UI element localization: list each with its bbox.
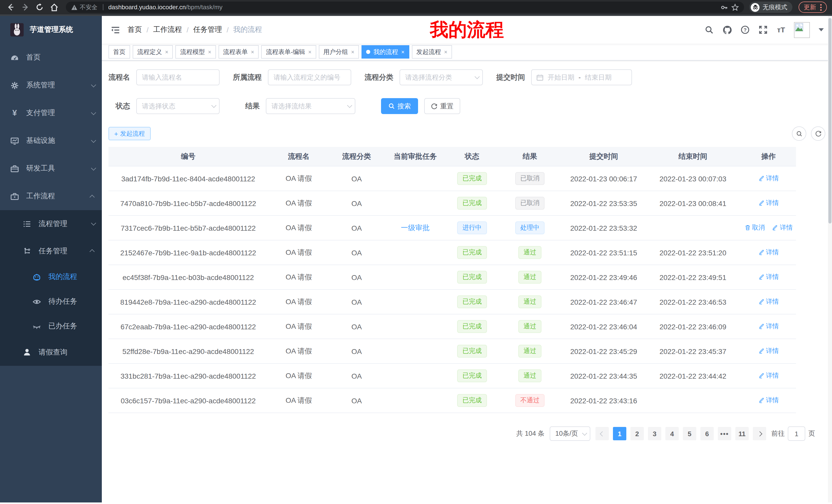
- close-icon[interactable]: ×: [401, 49, 405, 55]
- status-label: 状态: [116, 102, 130, 111]
- cell-name: OA 请假: [268, 199, 330, 208]
- close-icon[interactable]: ×: [208, 49, 211, 55]
- search-button[interactable]: 搜索: [381, 98, 418, 114]
- detail-action[interactable]: 详情: [758, 248, 779, 257]
- pager-page-2[interactable]: 2: [630, 427, 644, 440]
- tab-process-definition[interactable]: 流程定义×: [133, 45, 173, 59]
- detail-action[interactable]: 详情: [758, 371, 779, 380]
- avatar[interactable]: [794, 22, 810, 38]
- sidebar-item-leave-query[interactable]: 请假查询: [0, 339, 102, 366]
- detail-action[interactable]: 详情: [758, 199, 779, 207]
- sidebar-item-todo-tasks[interactable]: 待办任务: [0, 289, 102, 314]
- tab-my-process[interactable]: 我的流程×: [362, 45, 409, 59]
- breadcrumb-workflow[interactable]: 工作流程: [153, 25, 182, 34]
- detail-action[interactable]: 详情: [758, 273, 779, 282]
- edit-icon: [758, 348, 764, 354]
- owner-process-input[interactable]: [268, 69, 351, 85]
- browser-back-button[interactable]: [5, 2, 17, 13]
- detail-action[interactable]: 详情: [758, 347, 779, 356]
- pager-pages: 123456•••11: [613, 427, 749, 440]
- sidebar-item-payment[interactable]: ¥ 支付管理: [0, 99, 102, 127]
- breadcrumb-task-mgmt[interactable]: 任务管理: [193, 25, 222, 34]
- search-icon[interactable]: [704, 25, 714, 35]
- cell-id: 3ad174fb-7b9d-11ec-8404-acde48001122: [108, 174, 268, 183]
- app-logo-row[interactable]: 芋道管理系统: [0, 16, 102, 44]
- refresh-icon: [431, 103, 438, 109]
- goto-page-input[interactable]: [788, 426, 805, 441]
- category-select[interactable]: 请选择流程分类: [399, 69, 483, 85]
- browser-home-button[interactable]: [48, 2, 60, 13]
- pager-page-11[interactable]: 11: [735, 427, 749, 440]
- sidebar-item-task-mgmt[interactable]: 任务管理: [0, 237, 102, 264]
- breadcrumb-home[interactable]: 首页: [128, 25, 142, 34]
- pager-next[interactable]: [753, 427, 766, 440]
- show-search-button[interactable]: [792, 127, 806, 141]
- cell-name: OA 请假: [268, 174, 330, 183]
- sidebar-item-home[interactable]: 首页: [0, 44, 102, 72]
- close-icon[interactable]: ×: [444, 49, 447, 55]
- pager-prev[interactable]: [595, 427, 609, 440]
- page-size-select[interactable]: 10条/页: [550, 426, 590, 441]
- tab-process-model[interactable]: 流程模型×: [176, 45, 216, 59]
- fullscreen-icon[interactable]: [758, 25, 768, 35]
- status-select[interactable]: 请选择状态: [136, 98, 219, 114]
- pager-page-1[interactable]: 1: [613, 427, 626, 440]
- reset-button[interactable]: 重置: [424, 98, 460, 114]
- sidebar-item-done-tasks[interactable]: 已办任务: [0, 314, 102, 339]
- address-bar[interactable]: 不安全 dashboard.yudao.iocoder.cn/bpm/task/…: [66, 2, 744, 13]
- cancel-label: 取消: [752, 223, 765, 232]
- key-icon[interactable]: [721, 3, 728, 11]
- tab-process-form[interactable]: 流程表单×: [218, 45, 259, 59]
- pager-page-3[interactable]: 3: [648, 427, 661, 440]
- chevron-down-icon: [211, 103, 216, 108]
- goto-page: 前往 页: [771, 426, 815, 441]
- sidebar-item-system[interactable]: 系统管理: [0, 72, 102, 99]
- date-range-picker[interactable]: 开始日期 - 结束日期: [531, 69, 632, 85]
- security-status[interactable]: 不安全: [71, 3, 98, 11]
- close-icon[interactable]: ×: [351, 49, 355, 55]
- status-badge: 已完成: [458, 271, 487, 284]
- col-actions: 操作: [741, 152, 796, 161]
- refresh-table-button[interactable]: [811, 127, 825, 141]
- sidebar-item-my-process[interactable]: 我的流程: [0, 264, 102, 289]
- close-icon[interactable]: ×: [308, 49, 312, 55]
- close-icon[interactable]: ×: [165, 49, 168, 55]
- update-button[interactable]: 更新: [799, 2, 827, 13]
- pager-page-6[interactable]: 6: [700, 427, 714, 440]
- table-body: 3ad174fb-7b9d-11ec-8404-acde48001122 OA …: [108, 166, 796, 413]
- page-scrollbar[interactable]: [828, 16, 832, 502]
- tab-home[interactable]: 首页: [108, 45, 130, 59]
- sidebar-item-devtools[interactable]: 研发工具: [0, 155, 102, 183]
- font-size-icon[interactable]: ᴛT: [776, 25, 786, 35]
- detail-action[interactable]: 详情: [758, 174, 779, 183]
- tab-user-group[interactable]: 用户分组×: [319, 45, 359, 59]
- pager-page-5[interactable]: 5: [683, 427, 696, 440]
- detail-action[interactable]: 详情: [758, 322, 779, 331]
- pager-more[interactable]: •••: [718, 427, 731, 440]
- avatar-dropdown-caret[interactable]: [818, 28, 824, 31]
- browser-forward-button[interactable]: [20, 2, 31, 13]
- bookmark-star-icon[interactable]: [731, 3, 739, 11]
- tab-process-form-edit[interactable]: 流程表单-编辑×: [261, 45, 316, 59]
- cell-name: OA 请假: [268, 297, 330, 306]
- close-icon[interactable]: ×: [251, 49, 254, 55]
- sidebar-item-workflow[interactable]: 工作流程: [0, 183, 102, 210]
- task-link[interactable]: 一级审批: [401, 223, 430, 232]
- github-icon[interactable]: [722, 25, 732, 35]
- tab-start-process[interactable]: 发起流程×: [412, 45, 452, 59]
- process-name-input[interactable]: [136, 69, 219, 85]
- pager-page-4[interactable]: 4: [666, 427, 679, 440]
- detail-action[interactable]: 详情: [772, 223, 793, 232]
- start-process-button[interactable]: + 发起流程: [108, 127, 150, 140]
- result-select[interactable]: 请选择流结果: [266, 98, 355, 114]
- sidebar-item-infra[interactable]: 基础设施: [0, 127, 102, 155]
- help-icon[interactable]: ?: [740, 25, 750, 35]
- browser-menu-icon[interactable]: [820, 4, 822, 10]
- sidebar-toggle-button[interactable]: [110, 25, 120, 35]
- cancel-action[interactable]: 取消: [744, 223, 765, 232]
- scrollbar-thumb[interactable]: [828, 18, 831, 223]
- detail-action[interactable]: 详情: [758, 298, 779, 306]
- sidebar-item-process-mgmt[interactable]: 流程管理: [0, 210, 102, 237]
- detail-action[interactable]: 详情: [758, 396, 779, 405]
- browser-reload-button[interactable]: [34, 2, 45, 13]
